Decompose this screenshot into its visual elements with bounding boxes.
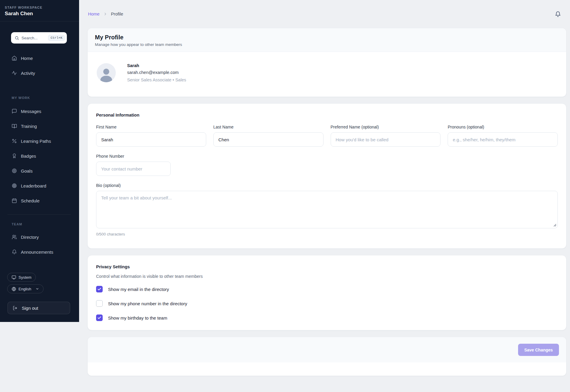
preferred-name-input[interactable] xyxy=(331,132,441,147)
monitor-icon xyxy=(12,275,16,280)
privacy-settings-card: Privacy Settings Control what informatio… xyxy=(87,255,566,330)
sidebar-divider xyxy=(7,214,71,215)
sidebar-item-label: Schedule xyxy=(21,198,40,203)
section-label-team: TEAM xyxy=(12,222,79,226)
activity-icon xyxy=(12,70,17,76)
sidebar-nav: Home Activity MY WORK Messages Training xyxy=(0,51,79,259)
privacy-options: Show my email in the directory Show my p… xyxy=(96,286,558,321)
sidebar-item-announcements[interactable]: Announcements xyxy=(0,244,79,259)
sidebar-item-schedule[interactable]: Schedule xyxy=(0,193,79,208)
sidebar-item-home[interactable]: Home xyxy=(0,51,79,66)
breadcrumb-home-link[interactable]: Home xyxy=(88,12,100,16)
phone-field-group: Phone Number xyxy=(96,154,558,176)
sidebar-item-label: Goals xyxy=(21,168,33,173)
breadcrumb-current: Profile xyxy=(111,12,123,16)
checkbox-show-phone[interactable] xyxy=(96,300,103,307)
target-icon xyxy=(12,168,17,173)
first-name-input[interactable] xyxy=(96,132,206,147)
sidebar-item-messages[interactable]: Messages xyxy=(0,104,79,119)
language-select-button[interactable]: English xyxy=(7,284,44,293)
sidebar-item-directory[interactable]: Directory xyxy=(0,230,79,244)
globe-icon xyxy=(12,287,16,291)
theme-toggle-label: System xyxy=(19,275,31,280)
last-name-field-group: Last Name xyxy=(213,125,323,147)
phone-input[interactable] xyxy=(96,162,171,176)
sign-out-label: Sign out xyxy=(22,306,38,311)
privacy-option-birthday: Show my birthday to the team xyxy=(96,314,558,321)
search-placeholder: Search... xyxy=(21,36,38,40)
main-area: Home Profile My Profile Manage how you a… xyxy=(79,0,570,392)
workspace-user-name: Sarah Chen xyxy=(5,11,74,17)
first-name-field-group: First Name xyxy=(96,125,206,147)
pronouns-field-group: Pronouns (optional) xyxy=(448,125,558,147)
home-icon xyxy=(12,55,17,61)
sidebar-item-label: Messages xyxy=(21,109,41,114)
profile-email: sarah.chen@example.com xyxy=(127,70,186,75)
sign-out-button[interactable]: Sign out xyxy=(7,302,70,314)
breadcrumb: Home Profile xyxy=(88,12,123,16)
save-changes-button[interactable]: Save Changes xyxy=(518,344,559,356)
chevron-right-icon xyxy=(103,12,107,16)
bio-character-counter: 0/500 characters xyxy=(96,232,558,236)
sidebar-item-label: Training xyxy=(21,124,37,129)
sidebar-item-label: Leaderboard xyxy=(21,183,46,188)
sidebar-item-label: Activity xyxy=(21,71,35,76)
sidebar-item-learning-paths[interactable]: Learning Paths xyxy=(0,134,79,148)
pronouns-input[interactable] xyxy=(448,132,558,147)
sidebar-item-label: Directory xyxy=(21,235,39,240)
page-subtitle: Manage how you appear to other team memb… xyxy=(95,42,559,47)
profile-role: Senior Sales Associate • Sales xyxy=(127,78,186,82)
privacy-option-phone: Show my phone number in the directory xyxy=(96,300,558,307)
avatar xyxy=(97,63,116,82)
profile-card-header: My Profile Manage how you appear to othe… xyxy=(88,28,566,52)
identity-row: Sarah sarah.chen@example.com Senior Sale… xyxy=(88,52,566,97)
personal-info-card: Personal Information First Name Last Nam… xyxy=(87,103,566,249)
checkbox-label: Show my birthday to the team xyxy=(108,315,167,320)
sidebar-item-label: Home xyxy=(21,56,33,61)
percent-route-icon xyxy=(12,138,17,144)
save-bar-card: Save Changes xyxy=(87,337,566,376)
last-name-label: Last Name xyxy=(213,125,323,129)
sidebar-item-label: Learning Paths xyxy=(21,139,51,144)
sidebar-item-label: Badges xyxy=(21,154,36,159)
last-name-input[interactable] xyxy=(213,132,323,147)
bio-label: Bio (optional) xyxy=(96,183,558,188)
search-input[interactable]: Search... Ctrl+K xyxy=(11,32,67,44)
sidebar-item-training[interactable]: Training xyxy=(0,119,79,134)
search-shortcut-badge: Ctrl+K xyxy=(48,35,65,41)
bio-field-group: Bio (optional) 0/500 characters xyxy=(96,183,558,236)
bio-textarea[interactable] xyxy=(96,191,558,228)
notifications-bell-icon[interactable] xyxy=(555,11,561,17)
checkbox-show-email[interactable] xyxy=(96,286,103,292)
award-icon xyxy=(12,153,17,159)
first-name-label: First Name xyxy=(96,125,206,129)
privacy-option-email: Show my email in the directory xyxy=(96,286,558,292)
search-icon xyxy=(15,36,19,40)
privacy-title: Privacy Settings xyxy=(96,264,558,269)
pronouns-label: Pronouns (optional) xyxy=(448,125,558,129)
checkbox-show-birthday[interactable] xyxy=(96,314,103,321)
preferred-name-label: Preferred Name (optional) xyxy=(331,125,441,129)
personal-info-title: Personal Information xyxy=(96,113,558,117)
sidebar-item-badges[interactable]: Badges xyxy=(0,148,79,163)
app-root: STAFF WORKSPACE Sarah Chen Search... Ctr… xyxy=(0,0,570,392)
phone-label: Phone Number xyxy=(96,154,558,159)
sidebar-item-goals[interactable]: Goals xyxy=(0,163,79,178)
page-title: My Profile xyxy=(95,33,559,41)
name-fields-row: First Name Last Name Preferred Name (opt… xyxy=(96,125,558,147)
sidebar-footer: System English Sign out xyxy=(0,273,79,322)
sidebar-item-activity[interactable]: Activity xyxy=(0,66,79,80)
bell-icon xyxy=(12,249,17,255)
checkbox-label: Show my phone number in the directory xyxy=(108,301,187,306)
book-open-icon xyxy=(12,123,17,129)
identity-text: Sarah sarah.chen@example.com Senior Sale… xyxy=(127,63,186,82)
theme-toggle-button[interactable]: System xyxy=(7,273,36,282)
workspace-header: STAFF WORKSPACE Sarah Chen xyxy=(0,0,79,21)
language-label: English xyxy=(19,287,31,291)
workspace-label: STAFF WORKSPACE xyxy=(5,6,74,9)
chevron-down-icon xyxy=(36,287,39,291)
page-content: My Profile Manage how you appear to othe… xyxy=(79,28,570,392)
sidebar-item-label: Announcements xyxy=(21,250,53,255)
sidebar: STAFF WORKSPACE Sarah Chen Search... Ctr… xyxy=(0,0,79,322)
sidebar-item-leaderboard[interactable]: Leaderboard xyxy=(0,178,79,193)
